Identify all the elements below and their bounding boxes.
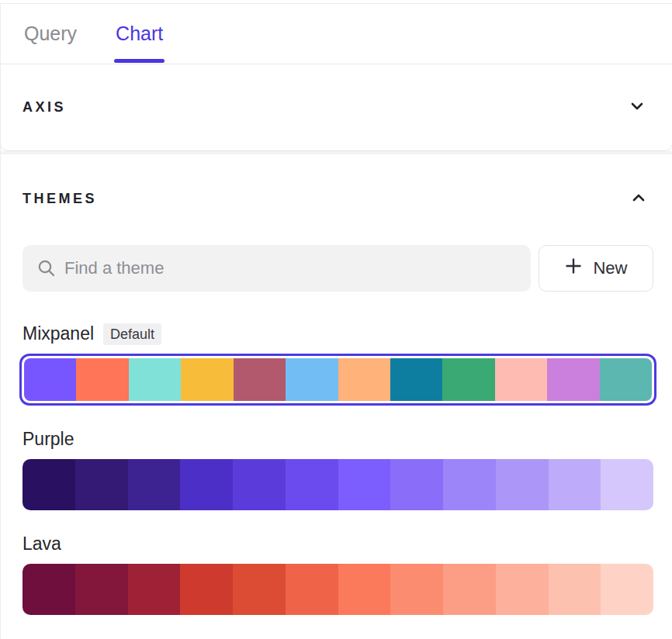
theme-label-row: Purple bbox=[23, 427, 653, 452]
chevron-down-icon bbox=[629, 98, 646, 117]
search-icon bbox=[36, 258, 57, 282]
swatch-cell[interactable] bbox=[128, 459, 181, 510]
swatch-cell[interactable] bbox=[496, 459, 549, 510]
theme-row: Purple bbox=[23, 427, 653, 510]
themes-section-title: THEMES bbox=[23, 191, 97, 207]
themes-collapse-toggle[interactable] bbox=[629, 188, 649, 209]
axis-section-header[interactable]: AXIS bbox=[1, 64, 672, 151]
swatch-cell[interactable] bbox=[549, 564, 601, 615]
swatch-cell[interactable] bbox=[180, 459, 233, 510]
chevron-up-icon bbox=[630, 189, 647, 209]
axis-collapse-toggle[interactable] bbox=[627, 98, 647, 118]
swatch-cell[interactable] bbox=[390, 459, 443, 510]
theme-row: Mixpanel Default bbox=[23, 321, 653, 406]
swatch-cell[interactable] bbox=[495, 358, 547, 401]
swatch-cell[interactable] bbox=[601, 459, 653, 510]
theme-swatch-wrapper[interactable] bbox=[19, 354, 656, 406]
new-theme-button[interactable]: New bbox=[539, 245, 653, 292]
plus-icon bbox=[564, 257, 583, 280]
swatch-cell[interactable] bbox=[233, 459, 286, 510]
theme-swatch-strip bbox=[23, 564, 653, 615]
tab-chart[interactable]: Chart bbox=[116, 22, 163, 45]
theme-swatch-wrapper[interactable] bbox=[23, 459, 653, 510]
swatch-cell[interactable] bbox=[286, 459, 338, 510]
theme-name: Lava bbox=[23, 531, 61, 557]
swatch-cell[interactable] bbox=[338, 459, 391, 510]
swatch-cell[interactable] bbox=[234, 358, 286, 401]
swatch-cell[interactable] bbox=[338, 358, 390, 401]
swatch-cell[interactable] bbox=[24, 358, 76, 401]
themes-section: THEMES bbox=[1, 154, 672, 639]
theme-name: Mixtape bbox=[23, 636, 85, 639]
theme-default-badge: Default bbox=[103, 323, 161, 345]
swatch-cell[interactable] bbox=[390, 358, 442, 401]
theme-search-row: New bbox=[23, 245, 653, 292]
theme-name: Mixpanel bbox=[23, 321, 94, 347]
swatch-cell[interactable] bbox=[23, 564, 75, 615]
tab-query[interactable]: Query bbox=[24, 22, 77, 45]
axis-section-title: AXIS bbox=[23, 99, 66, 116]
theme-name: Purple bbox=[23, 427, 74, 452]
swatch-cell[interactable] bbox=[233, 564, 286, 615]
chart-settings-panel: Query Chart AXIS THEMES bbox=[0, 3, 672, 639]
swatch-cell[interactable] bbox=[390, 564, 443, 615]
swatch-cell[interactable] bbox=[286, 358, 338, 401]
swatch-cell[interactable] bbox=[76, 358, 128, 401]
swatch-cell[interactable] bbox=[75, 459, 128, 510]
theme-label-row: Mixpanel Default bbox=[23, 321, 653, 347]
swatch-cell[interactable] bbox=[23, 459, 75, 510]
swatch-cell[interactable] bbox=[180, 564, 233, 615]
theme-row: Mixtape bbox=[23, 636, 653, 639]
theme-swatch-strip bbox=[24, 358, 652, 401]
theme-swatch-wrapper[interactable] bbox=[23, 564, 653, 615]
swatch-cell[interactable] bbox=[443, 459, 496, 510]
swatch-cell[interactable] bbox=[75, 564, 128, 615]
new-theme-button-label: New bbox=[593, 258, 627, 278]
swatch-cell[interactable] bbox=[286, 564, 338, 615]
swatch-cell[interactable] bbox=[442, 358, 494, 401]
theme-label-row: Mixtape bbox=[23, 636, 653, 639]
theme-swatch-strip bbox=[23, 459, 653, 510]
themes-section-header[interactable]: THEMES bbox=[23, 188, 653, 209]
swatch-cell[interactable] bbox=[128, 564, 181, 615]
theme-search-box bbox=[23, 245, 531, 292]
swatch-cell[interactable] bbox=[601, 564, 653, 615]
swatch-cell[interactable] bbox=[496, 564, 549, 615]
tab-bar: Query Chart bbox=[1, 4, 672, 64]
theme-search-input[interactable] bbox=[23, 245, 531, 292]
theme-list: Mixpanel Default Purple Lava Mixtape bbox=[23, 321, 653, 639]
swatch-cell[interactable] bbox=[181, 358, 233, 401]
swatch-cell[interactable] bbox=[547, 358, 599, 401]
theme-label-row: Lava bbox=[23, 531, 653, 557]
swatch-cell[interactable] bbox=[129, 358, 181, 401]
theme-row: Lava bbox=[23, 531, 653, 615]
swatch-cell[interactable] bbox=[600, 358, 652, 401]
swatch-cell[interactable] bbox=[443, 564, 496, 615]
swatch-cell[interactable] bbox=[338, 564, 391, 615]
swatch-cell[interactable] bbox=[549, 459, 601, 510]
